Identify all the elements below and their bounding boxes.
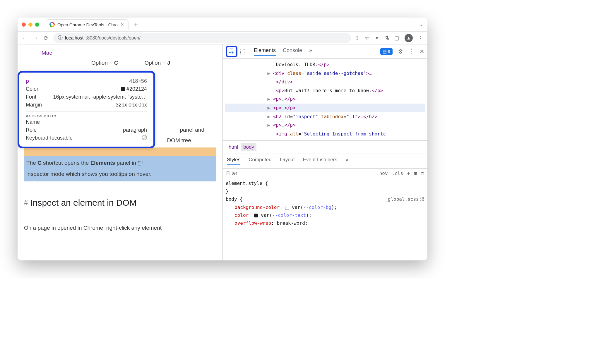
selected-dom-node[interactable]: ▶ <p>…</p> [225,104,425,112]
color-swatch [121,87,125,91]
forward-button[interactable]: → [32,35,39,41]
device-toggle-icon[interactable]: ⬚ [240,48,246,55]
not-allowed-icon [142,135,147,140]
color-swatch[interactable] [285,206,289,210]
close-tab-icon[interactable]: ✕ [120,22,124,27]
inspect-inline-icon: ⬚ [138,160,143,166]
more-tabs-icon[interactable]: » [309,47,312,56]
toolbar-icons: ⇪ ☆ ✦ ⚗ ▢ ▲ ⋮ [355,34,423,42]
tooltip-dimensions: 418×56 [129,78,147,84]
extensions-icon[interactable]: ✦ [375,35,379,41]
tab-layout[interactable]: Layout [280,157,295,165]
expand-icon[interactable]: ▶ [268,71,270,76]
chrome-favicon [49,22,55,27]
devtools-tabs: Elements Console » [254,47,312,56]
expand-icon[interactable]: ▶ [268,114,270,119]
tab-styles[interactable]: Styles [227,157,240,165]
paint-icon[interactable]: ▣ [414,171,417,176]
tab-console[interactable]: Console [283,47,302,56]
os-label: Mac [42,50,216,56]
labs-icon[interactable]: ⚗ [384,35,389,41]
toggle-pane-icon[interactable]: ▢ [421,171,424,176]
url-field[interactable]: ⓘ localhost:8080/docs/devtools/open/ [53,33,351,43]
settings-icon[interactable]: ⚙ [398,48,403,55]
new-rule-icon[interactable]: + [407,171,410,176]
reload-button[interactable]: ⟳ [43,35,49,42]
site-info-icon[interactable]: ⓘ [58,35,63,41]
window-controls [22,23,39,27]
profile-avatar[interactable]: ▲ [405,34,413,42]
inspect-tooltip: p418×56 Color#202124 Font16px system-ui,… [18,71,155,148]
content: Mac Option + C Option + J p418×56 Color#… [18,44,427,260]
accessibility-section: ACCESSIBILITY [26,111,147,118]
tab-elements[interactable]: Elements [254,47,276,56]
anchor-hash[interactable]: # [24,196,28,210]
menu-icon[interactable]: ⋮ [418,35,423,41]
margin-highlight [24,147,216,156]
tabs-dropdown-icon[interactable]: ⌄ [419,22,423,27]
close-window-button[interactable] [22,23,26,27]
tab-computed[interactable]: Computed [249,157,271,165]
dom-tree[interactable]: DevTools. TLDR:</p> ▶ <div class="aside … [223,59,427,140]
shortcut-row: Option + C Option + J [91,60,216,66]
kebab-menu-icon[interactable]: ⋮ [408,48,414,55]
source-link[interactable]: _global.scss:6 [385,195,424,203]
new-tab-button[interactable]: ＋ [133,20,139,29]
expand-icon[interactable]: ▶ [268,96,270,102]
url-host: localhost [65,35,83,41]
devtools-panel: ⬚ Elements Console » ▤9 ⚙ ⋮ ✕ DevTools. … [222,44,427,260]
chat-icon: ▤ [383,49,387,54]
styles-filter-input[interactable] [226,170,372,176]
sidepanel-icon[interactable]: ▢ [394,35,399,41]
hov-toggle[interactable]: :hov [376,171,388,176]
tab-event-listeners[interactable]: Event Listeners [303,157,337,165]
cls-toggle[interactable]: .cls [392,171,403,176]
bookmark-icon[interactable]: ☆ [365,35,369,41]
styles-body[interactable]: element.style { } body {_global.scss:6 b… [223,178,427,228]
address-bar: ← → ⟳ ⓘ localhost:8080/docs/devtools/ope… [18,32,427,44]
crumb-body[interactable]: body [241,143,256,151]
crumb-html[interactable]: html [226,143,240,151]
minimize-window-button[interactable] [28,23,32,27]
inspect-element-button[interactable] [226,46,237,57]
issues-badge[interactable]: ▤9 [380,48,393,55]
tooltip-tag: p [26,78,29,84]
page-heading: Inspect an element in DOM [30,194,137,211]
url-path: :8080/docs/devtools/open/ [86,35,141,41]
maximize-window-button[interactable] [35,23,39,27]
back-button[interactable]: ← [22,35,28,41]
share-icon[interactable]: ⇪ [355,35,359,41]
browser-tab[interactable]: Open Chrome DevTools - Chro ✕ [45,19,129,30]
browser-window: Open Chrome DevTools - Chro ✕ ＋ ⌄ ← → ⟳ … [18,18,427,260]
tab-title: Open Chrome DevTools - Chro [57,22,118,27]
more-tabs-icon[interactable]: » [345,157,348,165]
close-devtools-icon[interactable]: ✕ [419,48,424,55]
styles-toolbar: :hov .cls + ▣ ▢ [223,169,427,178]
inspected-paragraph[interactable]: The C shortcut opens the Elements panel … [24,156,216,181]
breadcrumb: html body [223,140,427,154]
page-viewport: Mac Option + C Option + J p418×56 Color#… [18,44,222,260]
expand-icon[interactable]: ▶ [268,122,270,128]
titlebar: Open Chrome DevTools - Chro ✕ ＋ ⌄ [18,18,427,32]
color-swatch[interactable] [254,214,258,217]
paragraph: On a page in opened in Chrome, right-cli… [24,223,216,233]
styles-tabs: Styles Computed Layout Event Listeners » [223,154,427,169]
devtools-toolbar: ⬚ Elements Console » ▤9 ⚙ ⋮ ✕ [223,44,427,59]
expand-icon[interactable]: ▶ [268,105,270,111]
